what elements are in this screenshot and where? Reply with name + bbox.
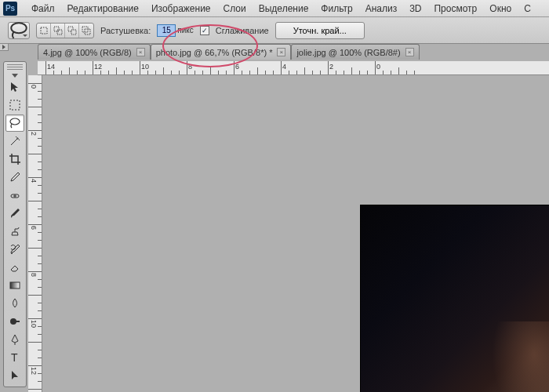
menu-edit[interactable]: Редактирование: [61, 3, 145, 14]
tab-2[interactable]: jolie.jpg @ 100% (RGB/8#)×: [291, 44, 419, 60]
svg-point-9: [10, 118, 20, 125]
feather-label: Растушевка:: [100, 26, 151, 35]
eyedropper-tool[interactable]: [5, 169, 24, 186]
svg-rect-13: [16, 321, 20, 322]
blur-tool[interactable]: [5, 295, 24, 312]
menu-bar: Ps Файл Редактирование Изображение Слои …: [0, 0, 549, 17]
menu-select[interactable]: Выделение: [253, 3, 315, 14]
path-selection-tool[interactable]: [5, 367, 24, 384]
type-tool[interactable]: T: [5, 349, 24, 366]
selection-new-icon[interactable]: [37, 24, 51, 38]
history-brush-tool[interactable]: [5, 241, 24, 258]
selection-intersect-icon[interactable]: [79, 24, 93, 38]
options-bar: Растушевка: пикс ✓ Сглаживание Уточн. кр…: [0, 17, 549, 44]
tab-label: 4.jpg @ 100% (RGB/8): [43, 48, 132, 57]
tab-1[interactable]: photo.jpg @ 66,7% (RGB/8*) *×: [151, 44, 292, 60]
svg-rect-2: [54, 27, 59, 31]
tool-preset-picker[interactable]: [8, 22, 30, 39]
collapse-arrow-icon[interactable]: [12, 74, 18, 78]
eraser-tool[interactable]: [5, 259, 24, 276]
document-image: [360, 205, 549, 392]
svg-rect-5: [71, 30, 76, 34]
menu-filter[interactable]: Фильтр: [314, 3, 358, 14]
selection-add-icon[interactable]: [51, 24, 65, 38]
tab-label: jolie.jpg @ 100% (RGB/8#): [296, 48, 400, 57]
close-icon[interactable]: ×: [277, 48, 285, 56]
menu-view[interactable]: Просмотр: [427, 3, 483, 14]
marquee-tool[interactable]: [5, 96, 24, 114]
svg-rect-1: [41, 27, 47, 34]
close-icon[interactable]: ×: [136, 48, 145, 56]
tab-label: photo.jpg @ 66,7% (RGB/8*) *: [156, 48, 273, 57]
healing-brush-tool[interactable]: [5, 187, 24, 204]
svg-rect-8: [10, 100, 20, 110]
menu-help[interactable]: С: [518, 3, 537, 14]
menu-window[interactable]: Окно: [483, 3, 518, 14]
workspace: 4.jpg @ 100% (RGB/8)× photo.jpg @ 66,7% …: [0, 44, 549, 392]
expand-docks-icon[interactable]: [0, 43, 9, 51]
feather-unit: пикс: [177, 26, 194, 34]
svg-point-12: [10, 318, 16, 325]
lasso-icon: [9, 20, 29, 41]
svg-text:T: T: [11, 351, 18, 364]
dodge-tool[interactable]: [5, 313, 24, 330]
svg-rect-3: [57, 30, 62, 34]
magic-wand-tool[interactable]: [5, 132, 24, 150]
document-tabs: 4.jpg @ 100% (RGB/8)× photo.jpg @ 66,7% …: [38, 44, 420, 61]
close-icon[interactable]: ×: [405, 48, 414, 56]
crop-tool[interactable]: [5, 151, 24, 168]
canvas-area[interactable]: [42, 75, 549, 392]
feather-input[interactable]: [157, 24, 176, 37]
menu-image[interactable]: Изображение: [145, 3, 217, 14]
gradient-tool[interactable]: [5, 277, 24, 294]
lasso-tool[interactable]: [5, 114, 24, 132]
svg-point-0: [11, 23, 27, 33]
pen-tool[interactable]: [5, 331, 24, 348]
refine-edge-button[interactable]: Уточн. край...: [275, 22, 365, 39]
menu-3d[interactable]: 3D: [403, 3, 427, 14]
svg-rect-11: [10, 282, 20, 289]
panel-grip-icon[interactable]: [7, 64, 23, 70]
clone-stamp-tool[interactable]: [5, 223, 24, 240]
app-logo: Ps: [3, 2, 17, 16]
antialias-checkbox[interactable]: ✓: [200, 26, 209, 35]
menu-analysis[interactable]: Анализ: [359, 3, 404, 14]
tools-panel: T: [3, 61, 27, 387]
move-tool[interactable]: [5, 78, 24, 96]
ruler-horizontal: 14121086420: [38, 61, 549, 75]
antialias-label: Сглаживание: [216, 26, 269, 35]
selection-subtract-icon[interactable]: [65, 24, 79, 38]
selection-mode-group: [36, 23, 94, 38]
tab-0[interactable]: 4.jpg @ 100% (RGB/8)×: [38, 44, 151, 60]
brush-tool[interactable]: [5, 205, 24, 222]
ruler-vertical: 024681012: [28, 75, 42, 392]
menu-file[interactable]: Файл: [25, 3, 61, 14]
menu-layers[interactable]: Слои: [217, 3, 253, 14]
